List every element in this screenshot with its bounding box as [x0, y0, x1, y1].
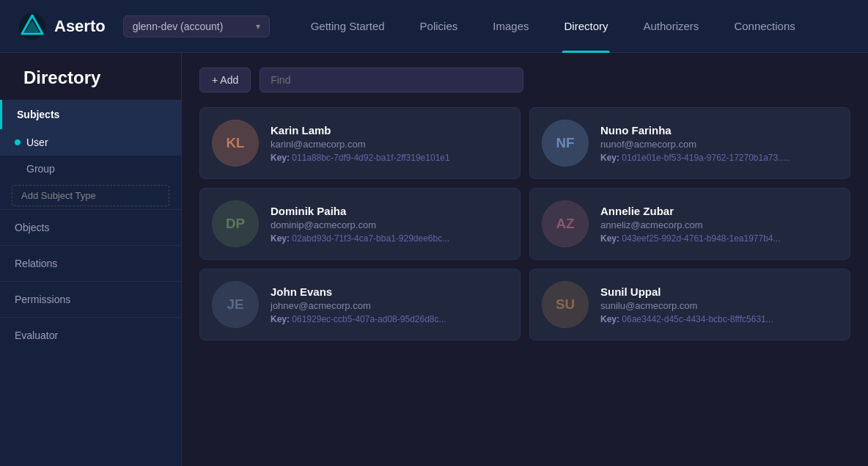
active-dot-icon [15, 139, 21, 145]
avatar: JE [212, 281, 259, 328]
user-info: Nuno Farinha nunof@acmecorp.com Key: 01d… [600, 124, 838, 163]
sidebar-item-objects[interactable]: Objects [0, 213, 181, 242]
user-name: John Evans [271, 285, 508, 298]
user-name: Nuno Farinha [600, 124, 838, 136]
user-name: Annelie Zubar [600, 205, 838, 217]
key-label: Key: [600, 233, 619, 244]
users-grid: KL Karin Lamb karinl@acmecorp.com Key: 0… [199, 107, 850, 341]
user-card[interactable]: KL Karin Lamb karinl@acmecorp.com Key: 0… [199, 107, 521, 179]
sidebar-item-evaluator[interactable]: Evaluator [0, 321, 181, 350]
user-info: Dominik Paiha dominip@acmecorp.com Key: … [271, 205, 508, 244]
avatar: DP [212, 200, 259, 247]
sidebar-divider-3 [0, 281, 181, 282]
sidebar-subjects-header[interactable]: Subjects [0, 100, 181, 129]
logo-area[interactable]: Aserto [18, 12, 106, 41]
user-card[interactable]: AZ Annelie Zubar anneliz@acmecorp.com Ke… [529, 188, 850, 260]
key-label: Key: [271, 233, 290, 244]
avatar: KL [212, 120, 259, 167]
svg-text:JE: JE [227, 296, 244, 312]
user-key: Key: 011a88bc-7df9-4d92-ba1f-2ff319e101e… [271, 153, 508, 163]
key-label: Key: [600, 153, 619, 163]
svg-text:NF: NF [556, 135, 575, 150]
user-card[interactable]: DP Dominik Paiha dominip@acmecorp.com Ke… [199, 188, 521, 260]
user-card[interactable]: NF Nuno Farinha nunof@acmecorp.com Key: … [529, 107, 850, 179]
user-email: karinl@acmecorp.com [271, 139, 508, 150]
avatar: SU [542, 281, 589, 328]
sidebar-item-group[interactable]: Group [0, 156, 181, 182]
add-button[interactable]: + Add [199, 68, 251, 92]
avatar-image: DP [213, 200, 257, 247]
nav-authorizers[interactable]: Authorizers [626, 0, 717, 53]
content-area: + Add KL Karin Lamb karinl@acmecorp.com [182, 53, 868, 355]
user-card[interactable]: SU Sunil Uppal sunilu@acmecorp.com Key: … [529, 269, 850, 341]
nav-directory[interactable]: Directory [546, 0, 625, 53]
sidebar-divider-4 [0, 317, 181, 318]
sidebar-item-user[interactable]: User [0, 129, 181, 156]
sidebar-divider-1 [0, 209, 181, 210]
svg-text:DP: DP [226, 216, 245, 231]
nav-images[interactable]: Images [475, 0, 546, 53]
user-key: Key: 02abd93d-71f3-4ca7-bba1-929dee6bc..… [271, 233, 508, 244]
svg-text:KL: KL [227, 135, 245, 150]
nav-links: Getting Started Policies Images Director… [293, 0, 850, 53]
topnav: Aserto glenn-dev (account) ▾ Getting Sta… [0, 0, 868, 53]
svg-text:SU: SU [556, 296, 575, 312]
key-label: Key: [600, 314, 619, 324]
page-body: Directory Subjects User Group Add Subjec… [0, 53, 868, 466]
sidebar-item-relations[interactable]: Relations [0, 249, 181, 278]
sidebar-item-permissions[interactable]: Permissions [0, 285, 181, 314]
avatar-image: JE [213, 281, 257, 328]
avatar-image: AZ [543, 200, 587, 247]
user-email: sunilu@acmecorp.com [600, 300, 838, 311]
user-name: Dominik Paiha [271, 205, 508, 217]
main-content: + Add KL Karin Lamb karinl@acmecorp.com [182, 53, 868, 466]
user-info: Sunil Uppal sunilu@acmecorp.com Key: 06a… [600, 285, 838, 324]
chevron-down-icon: ▾ [256, 21, 260, 32]
avatar-image: KL [213, 120, 257, 167]
page-title-bar: Directory [0, 53, 181, 100]
user-info: Karin Lamb karinl@acmecorp.com Key: 011a… [271, 124, 508, 163]
aserto-logo-icon [18, 12, 47, 41]
user-key: Key: 06ae3442-d45c-4434-bcbc-8fffc5631..… [600, 314, 838, 324]
toolbar: + Add [199, 68, 850, 92]
user-email: dominip@acmecorp.com [271, 219, 508, 230]
user-email: anneliz@acmecorp.com [600, 219, 838, 230]
app-name: Aserto [54, 17, 106, 36]
key-label: Key: [271, 314, 290, 324]
avatar-image: NF [543, 120, 587, 167]
nav-connections[interactable]: Connections [716, 0, 812, 53]
sidebar-add-subject-type[interactable]: Add Subject Type [12, 185, 169, 206]
avatar: NF [542, 120, 589, 167]
user-key: Key: 01d1e01e-bf53-419a-9762-17270b1a73.… [600, 153, 838, 163]
user-info: Annelie Zubar anneliz@acmecorp.com Key: … [600, 205, 838, 244]
key-label: Key: [271, 153, 290, 163]
nav-policies[interactable]: Policies [402, 0, 476, 53]
user-name: Karin Lamb [271, 124, 508, 136]
search-input[interactable] [260, 68, 523, 92]
user-email: johnev@acmecorp.com [271, 300, 508, 311]
user-key: Key: 043eef25-992d-4761-b948-1ea1977b4..… [600, 233, 838, 244]
user-key: Key: 061929ec-ccb5-407a-ad08-95d26d8c... [271, 314, 508, 324]
user-email: nunof@acmecorp.com [600, 139, 838, 150]
svg-text:AZ: AZ [556, 216, 575, 231]
user-card[interactable]: JE John Evans johnev@acmecorp.com Key: 0… [199, 269, 521, 341]
account-selector[interactable]: glenn-dev (account) ▾ [123, 15, 270, 37]
avatar: AZ [542, 200, 589, 247]
user-info: John Evans johnev@acmecorp.com Key: 0619… [271, 285, 508, 324]
sidebar-divider-2 [0, 245, 181, 246]
nav-getting-started[interactable]: Getting Started [293, 0, 402, 53]
account-name: glenn-dev (account) [133, 21, 250, 32]
page-title: Directory [23, 68, 100, 87]
sidebar: Directory Subjects User Group Add Subjec… [0, 53, 182, 466]
avatar-image: SU [543, 281, 587, 328]
user-name: Sunil Uppal [600, 285, 838, 298]
